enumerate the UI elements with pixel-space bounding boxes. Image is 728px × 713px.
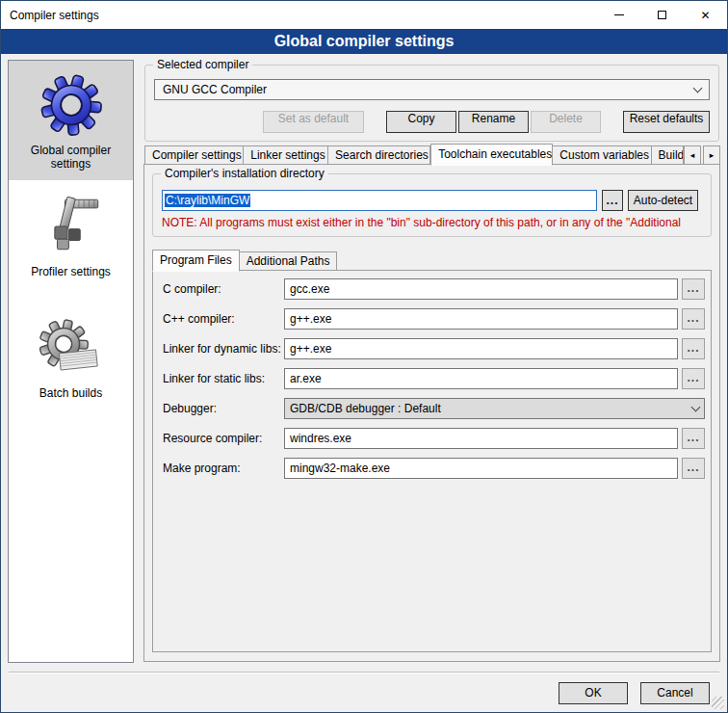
- settings-tabstrip: Compiler settings Linker settings Search…: [144, 144, 720, 165]
- arrow-right-icon: ▸: [710, 150, 715, 160]
- selected-compiler-legend: Selected compiler: [153, 58, 252, 71]
- tab-linker-settings[interactable]: Linker settings: [244, 145, 328, 165]
- caliper-icon: [12, 192, 130, 261]
- minimize-icon: [614, 14, 624, 15]
- selected-compiler-group: Selected compiler GNU GCC Compiler Set a…: [144, 65, 719, 142]
- tab-additional-paths[interactable]: Additional Paths: [240, 251, 338, 271]
- field-value: mingw32-make.exe: [290, 462, 390, 475]
- tab-compiler-settings[interactable]: Compiler settings: [144, 145, 244, 165]
- sidebar-item-label: Profiler settings: [12, 265, 130, 278]
- auto-detect-button[interactable]: Auto-detect: [628, 190, 698, 211]
- settings-category-list: Global compiler settings: [8, 60, 134, 663]
- tab-program-files[interactable]: Program Files: [152, 250, 240, 272]
- maximize-button[interactable]: [640, 1, 684, 29]
- static-linker-browse-button[interactable]: ...: [682, 368, 705, 389]
- tab-toolchain-executables[interactable]: Toolchain executables: [430, 144, 553, 166]
- tab-search-directories[interactable]: Search directories: [328, 145, 430, 165]
- field-label: C++ compiler:: [163, 312, 284, 326]
- sidebar-item-label: Batch builds: [12, 386, 130, 400]
- program-files-tabstrip: Program Files Additional Paths: [152, 250, 337, 271]
- rename-button[interactable]: Rename: [458, 111, 529, 133]
- make-program-row: Make program: mingw32-make.exe ...: [163, 458, 705, 479]
- tab-scroll-right-button[interactable]: ▸: [703, 145, 720, 165]
- static-linker-input[interactable]: ar.exe: [284, 368, 678, 389]
- cpp-compiler-browse-button[interactable]: ...: [682, 308, 705, 330]
- debugger-select[interactable]: GDB/CDB debugger : Default: [284, 398, 705, 419]
- cancel-button[interactable]: Cancel: [640, 682, 710, 704]
- installation-directory-legend: Compiler's installation directory: [161, 167, 328, 180]
- compiler-settings-dialog: Compiler settings ✕ Global compiler sett…: [0, 0, 728, 713]
- c-compiler-row: C compiler: gcc.exe ...: [163, 278, 705, 300]
- program-files-page: C compiler: gcc.exe ... C++ compiler: g+…: [152, 270, 712, 652]
- resource-compiler-row: Resource compiler: windres.exe ...: [163, 428, 705, 449]
- close-icon: ✕: [700, 10, 710, 21]
- debugger-row: Debugger: GDB/CDB debugger : Default: [163, 398, 705, 419]
- footer-divider: [9, 672, 719, 673]
- dynamic-linker-browse-button[interactable]: ...: [682, 338, 705, 359]
- compiler-select-value: GNU GCC Compiler: [163, 83, 694, 96]
- field-label: Linker for dynamic libs:: [163, 342, 284, 356]
- dialog-banner: Global compiler settings: [1, 29, 727, 54]
- arrow-left-icon: ◂: [690, 150, 695, 160]
- install-dir-browse-button[interactable]: ...: [602, 190, 623, 211]
- gray-gear-papers-icon: [12, 313, 130, 383]
- field-label: Linker for static libs:: [163, 372, 284, 385]
- c-compiler-browse-button[interactable]: ...: [682, 278, 705, 300]
- resource-compiler-browse-button[interactable]: ...: [682, 428, 705, 449]
- field-label: Make program:: [163, 462, 284, 475]
- field-label: Debugger:: [163, 402, 284, 415]
- chevron-down-icon: [691, 402, 701, 411]
- install-dir-selected-text: C:\raylib\MinGW: [165, 194, 250, 207]
- resize-grip[interactable]: [712, 697, 724, 709]
- minimize-button[interactable]: [597, 1, 640, 29]
- sidebar-item-label: Global compiler settings: [12, 144, 130, 171]
- c-compiler-input[interactable]: gcc.exe: [284, 278, 678, 300]
- tab-scroll-left-button[interactable]: ◂: [684, 145, 701, 165]
- reset-defaults-button[interactable]: Reset defaults: [623, 111, 710, 133]
- window-title: Compiler settings: [1, 9, 99, 22]
- installation-directory-group: Compiler's installation directory C:\ray…: [152, 173, 712, 237]
- compiler-buttons-row: Set as default Copy Rename Delete Reset …: [154, 111, 710, 133]
- toolchain-executables-page: Compiler's installation directory C:\ray…: [143, 164, 720, 662]
- cpp-compiler-input[interactable]: g++.exe: [284, 308, 678, 330]
- blue-gear-icon: [12, 70, 130, 140]
- dynamic-linker-input[interactable]: g++.exe: [284, 338, 678, 359]
- chevron-down-icon: [693, 83, 703, 92]
- static-linker-row: Linker for static libs: ar.exe ...: [163, 368, 705, 389]
- set-as-default-button: Set as default: [263, 111, 364, 133]
- ok-button[interactable]: OK: [559, 682, 628, 704]
- resource-compiler-input[interactable]: windres.exe: [284, 428, 678, 449]
- field-value: g++.exe: [290, 312, 331, 326]
- bin-subdirectory-note: NOTE: All programs must exist either in …: [162, 216, 709, 229]
- field-value: g++.exe: [290, 342, 331, 356]
- titlebar: Compiler settings ✕: [1, 1, 727, 29]
- tab-build-options[interactable]: Build options: [652, 145, 684, 165]
- sidebar-item-profiler-settings[interactable]: Profiler settings: [9, 182, 133, 288]
- maximize-icon: [658, 11, 666, 19]
- compiler-select[interactable]: GNU GCC Compiler: [154, 79, 710, 100]
- footer-buttons: OK Cancel: [559, 682, 710, 704]
- copy-button[interactable]: Copy: [386, 111, 456, 133]
- dynamic-linker-row: Linker for dynamic libs: g++.exe ...: [163, 338, 705, 359]
- tab-scrollers: ◂ ▸: [684, 145, 720, 165]
- field-label: Resource compiler:: [163, 432, 284, 445]
- debugger-select-value: GDB/CDB debugger : Default: [290, 402, 692, 415]
- install-dir-input[interactable]: C:\raylib\MinGW: [162, 190, 597, 211]
- sidebar-item-batch-builds[interactable]: Batch builds: [9, 304, 133, 409]
- field-value: ar.exe: [290, 372, 322, 385]
- field-label: C compiler:: [163, 282, 284, 296]
- window-controls: ✕: [597, 1, 727, 29]
- delete-button: Delete: [531, 111, 601, 133]
- field-value: gcc.exe: [290, 282, 329, 296]
- tab-custom-variables[interactable]: Custom variables: [553, 145, 651, 165]
- sidebar-item-global-compiler-settings[interactable]: Global compiler settings: [9, 61, 133, 180]
- close-button[interactable]: ✕: [684, 1, 727, 29]
- field-value: windres.exe: [290, 432, 351, 445]
- make-program-browse-button[interactable]: ...: [682, 458, 705, 479]
- cpp-compiler-row: C++ compiler: g++.exe ...: [163, 308, 705, 330]
- make-program-input[interactable]: mingw32-make.exe: [284, 458, 678, 479]
